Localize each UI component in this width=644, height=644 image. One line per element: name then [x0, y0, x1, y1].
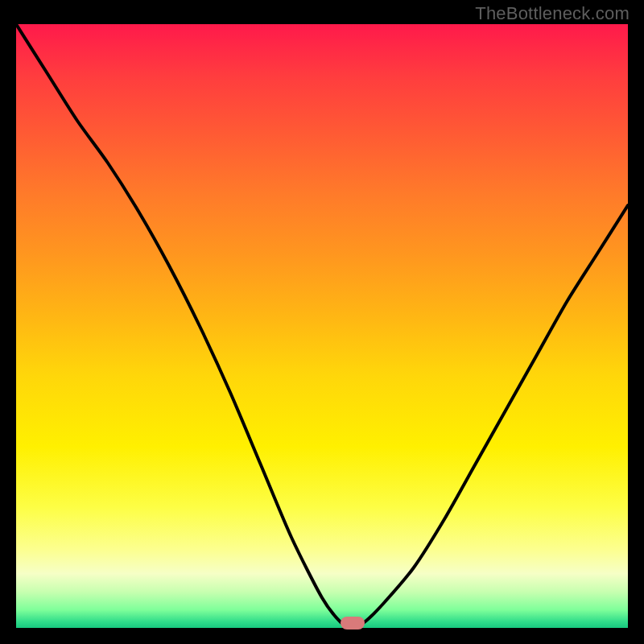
plot-area	[16, 24, 628, 628]
chart-frame: TheBottleneck.com	[0, 0, 644, 644]
bottleneck-curve	[16, 24, 628, 628]
dip-marker	[341, 617, 365, 630]
attribution-label: TheBottleneck.com	[475, 3, 630, 24]
